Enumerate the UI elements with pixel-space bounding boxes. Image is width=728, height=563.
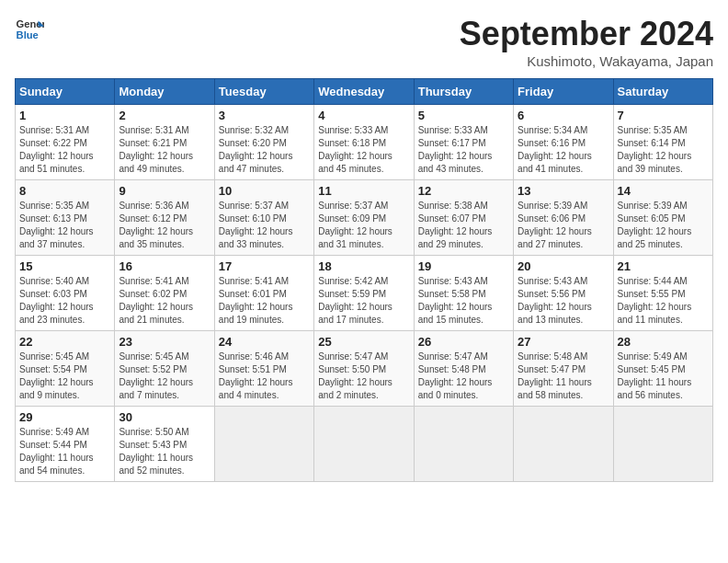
weekday-header-row: SundayMondayTuesdayWednesdayThursdayFrid…	[16, 79, 713, 105]
day-info: Sunrise: 5:33 AMSunset: 6:17 PMDaylight:…	[418, 124, 509, 176]
day-number: 6	[518, 109, 609, 122]
logo: General Blue	[15, 15, 44, 44]
month-title: September 2024	[460, 15, 713, 53]
day-number: 17	[219, 259, 310, 273]
calendar-cell: 16Sunrise: 5:41 AMSunset: 6:02 PMDayligh…	[115, 256, 214, 331]
day-info: Sunrise: 5:41 AMSunset: 6:02 PMDaylight:…	[119, 275, 210, 327]
day-number: 27	[518, 335, 609, 349]
day-info: Sunrise: 5:49 AMSunset: 5:44 PMDaylight:…	[19, 426, 110, 477]
day-info: Sunrise: 5:36 AMSunset: 6:12 PMDaylight:…	[119, 200, 210, 251]
calendar-cell: 21Sunrise: 5:44 AMSunset: 5:55 PMDayligh…	[613, 256, 712, 331]
day-info: Sunrise: 5:45 AMSunset: 5:54 PMDaylight:…	[19, 350, 110, 402]
day-number: 16	[119, 259, 210, 273]
day-number: 15	[19, 259, 110, 273]
calendar-cell: 5Sunrise: 5:33 AMSunset: 6:17 PMDaylight…	[414, 105, 513, 180]
day-info: Sunrise: 5:47 AMSunset: 5:48 PMDaylight:…	[418, 350, 509, 402]
calendar-cell: 1Sunrise: 5:31 AMSunset: 6:22 PMDaylight…	[16, 105, 115, 180]
day-info: Sunrise: 5:31 AMSunset: 6:21 PMDaylight:…	[119, 124, 210, 176]
calendar-cell: 18Sunrise: 5:42 AMSunset: 5:59 PMDayligh…	[314, 256, 414, 331]
location-subtitle: Kushimoto, Wakayama, Japan	[460, 53, 713, 69]
day-number: 22	[19, 335, 110, 349]
calendar-table: SundayMondayTuesdayWednesdayThursdayFrid…	[15, 78, 713, 482]
calendar-cell: 17Sunrise: 5:41 AMSunset: 6:01 PMDayligh…	[214, 256, 313, 331]
day-number: 14	[618, 184, 709, 198]
day-info: Sunrise: 5:43 AMSunset: 5:58 PMDaylight:…	[418, 275, 509, 327]
day-info: Sunrise: 5:44 AMSunset: 5:55 PMDaylight:…	[618, 275, 709, 327]
day-info: Sunrise: 5:34 AMSunset: 6:16 PMDaylight:…	[518, 124, 609, 176]
day-info: Sunrise: 5:35 AMSunset: 6:13 PMDaylight:…	[19, 200, 110, 251]
day-info: Sunrise: 5:45 AMSunset: 5:52 PMDaylight:…	[119, 350, 210, 402]
day-number: 1	[19, 109, 110, 122]
day-info: Sunrise: 5:32 AMSunset: 6:20 PMDaylight:…	[219, 124, 310, 176]
calendar-cell: 20Sunrise: 5:43 AMSunset: 5:56 PMDayligh…	[514, 256, 613, 331]
day-number: 8	[19, 184, 110, 198]
title-section: September 2024 Kushimoto, Wakayama, Japa…	[460, 15, 713, 69]
calendar-cell: 30Sunrise: 5:50 AMSunset: 5:43 PMDayligh…	[115, 407, 214, 482]
calendar-cell: 26Sunrise: 5:47 AMSunset: 5:48 PMDayligh…	[414, 331, 513, 407]
calendar-cell: 15Sunrise: 5:40 AMSunset: 6:03 PMDayligh…	[16, 256, 115, 331]
calendar-cell: 12Sunrise: 5:38 AMSunset: 6:07 PMDayligh…	[414, 180, 513, 256]
calendar-cell: 8Sunrise: 5:35 AMSunset: 6:13 PMDaylight…	[16, 180, 115, 256]
calendar-cell: 19Sunrise: 5:43 AMSunset: 5:58 PMDayligh…	[414, 256, 513, 331]
calendar-cell: 23Sunrise: 5:45 AMSunset: 5:52 PMDayligh…	[115, 331, 214, 407]
day-number: 21	[618, 259, 709, 273]
calendar-cell: 28Sunrise: 5:49 AMSunset: 5:45 PMDayligh…	[613, 331, 712, 407]
logo-icon: General Blue	[15, 15, 44, 44]
weekday-header-saturday: Saturday	[613, 79, 712, 105]
weekday-header-thursday: Thursday	[414, 79, 513, 105]
day-number: 19	[418, 259, 509, 273]
day-info: Sunrise: 5:41 AMSunset: 6:01 PMDaylight:…	[219, 275, 310, 327]
calendar-cell: 4Sunrise: 5:33 AMSunset: 6:18 PMDaylight…	[314, 105, 414, 180]
day-info: Sunrise: 5:39 AMSunset: 6:05 PMDaylight:…	[618, 200, 709, 251]
svg-text:Blue: Blue	[17, 29, 39, 40]
calendar-cell: 11Sunrise: 5:37 AMSunset: 6:09 PMDayligh…	[314, 180, 414, 256]
day-number: 4	[318, 109, 409, 122]
calendar-cell: 29Sunrise: 5:49 AMSunset: 5:44 PMDayligh…	[16, 407, 115, 482]
day-number: 29	[19, 410, 110, 424]
calendar-cell: 3Sunrise: 5:32 AMSunset: 6:20 PMDaylight…	[214, 105, 313, 180]
calendar-cell: 7Sunrise: 5:35 AMSunset: 6:14 PMDaylight…	[613, 105, 712, 180]
calendar-cell: 24Sunrise: 5:46 AMSunset: 5:51 PMDayligh…	[214, 331, 313, 407]
day-info: Sunrise: 5:37 AMSunset: 6:10 PMDaylight:…	[219, 200, 310, 251]
day-info: Sunrise: 5:43 AMSunset: 5:56 PMDaylight:…	[518, 275, 609, 327]
calendar-cell	[613, 407, 712, 482]
day-number: 18	[318, 259, 409, 273]
day-info: Sunrise: 5:38 AMSunset: 6:07 PMDaylight:…	[418, 200, 509, 251]
calendar-cell: 9Sunrise: 5:36 AMSunset: 6:12 PMDaylight…	[115, 180, 214, 256]
calendar-cell	[214, 407, 313, 482]
day-number: 10	[219, 184, 310, 198]
weekday-header-tuesday: Tuesday	[214, 79, 313, 105]
day-number: 13	[518, 184, 609, 198]
day-number: 11	[318, 184, 409, 198]
day-info: Sunrise: 5:46 AMSunset: 5:51 PMDaylight:…	[219, 350, 310, 402]
day-number: 25	[318, 335, 409, 349]
calendar-week-2: 8Sunrise: 5:35 AMSunset: 6:13 PMDaylight…	[16, 180, 713, 256]
day-info: Sunrise: 5:50 AMSunset: 5:43 PMDaylight:…	[119, 426, 210, 477]
day-info: Sunrise: 5:49 AMSunset: 5:45 PMDaylight:…	[618, 350, 709, 402]
calendar-cell	[314, 407, 414, 482]
day-number: 28	[618, 335, 709, 349]
day-number: 20	[518, 259, 609, 273]
day-number: 30	[119, 410, 210, 424]
calendar-week-5: 29Sunrise: 5:49 AMSunset: 5:44 PMDayligh…	[16, 407, 713, 482]
calendar-week-1: 1Sunrise: 5:31 AMSunset: 6:22 PMDaylight…	[16, 105, 713, 180]
day-info: Sunrise: 5:42 AMSunset: 5:59 PMDaylight:…	[318, 275, 409, 327]
weekday-header-monday: Monday	[115, 79, 214, 105]
calendar-cell: 14Sunrise: 5:39 AMSunset: 6:05 PMDayligh…	[613, 180, 712, 256]
day-info: Sunrise: 5:31 AMSunset: 6:22 PMDaylight:…	[19, 124, 110, 176]
day-info: Sunrise: 5:39 AMSunset: 6:06 PMDaylight:…	[518, 200, 609, 251]
day-info: Sunrise: 5:37 AMSunset: 6:09 PMDaylight:…	[318, 200, 409, 251]
day-number: 9	[119, 184, 210, 198]
calendar-week-3: 15Sunrise: 5:40 AMSunset: 6:03 PMDayligh…	[16, 256, 713, 331]
day-number: 2	[119, 109, 210, 122]
calendar-cell	[414, 407, 513, 482]
page-header: General Blue September 2024 Kushimoto, W…	[15, 15, 713, 69]
calendar-cell: 2Sunrise: 5:31 AMSunset: 6:21 PMDaylight…	[115, 105, 214, 180]
day-info: Sunrise: 5:48 AMSunset: 5:47 PMDaylight:…	[518, 350, 609, 402]
calendar-cell: 25Sunrise: 5:47 AMSunset: 5:50 PMDayligh…	[314, 331, 414, 407]
calendar-cell	[514, 407, 613, 482]
day-info: Sunrise: 5:47 AMSunset: 5:50 PMDaylight:…	[318, 350, 409, 402]
calendar-cell: 13Sunrise: 5:39 AMSunset: 6:06 PMDayligh…	[514, 180, 613, 256]
calendar-week-4: 22Sunrise: 5:45 AMSunset: 5:54 PMDayligh…	[16, 331, 713, 407]
day-info: Sunrise: 5:40 AMSunset: 6:03 PMDaylight:…	[19, 275, 110, 327]
